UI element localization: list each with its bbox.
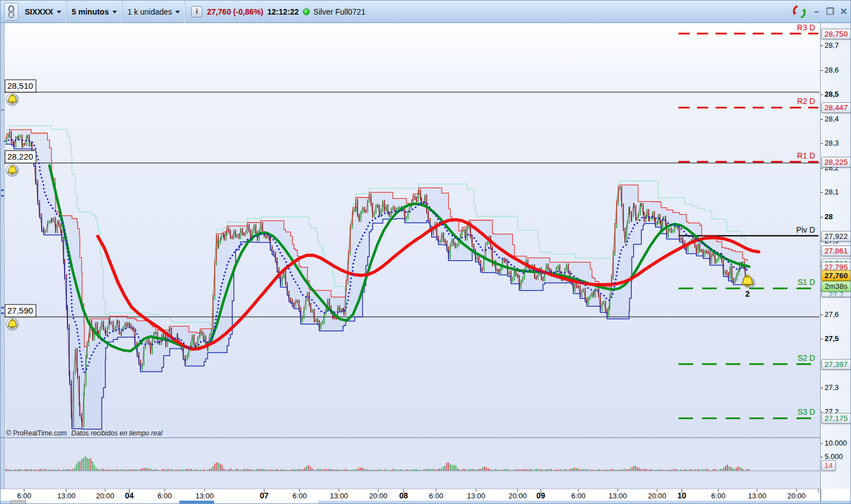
axis-tick-mark bbox=[821, 217, 823, 217]
axis-tick-label: 28,4 bbox=[825, 115, 839, 123]
axis-tick-label: 28,3 bbox=[825, 139, 839, 147]
refresh-icon[interactable] bbox=[791, 3, 808, 20]
timeframe-selector[interactable]: 5 minutos bbox=[67, 1, 123, 23]
pivot-label: R3 D bbox=[797, 23, 815, 32]
chevron-down-icon bbox=[112, 11, 117, 13]
time-label: 20:00 bbox=[369, 492, 388, 500]
price-axis-panel[interactable]: 28,728,628,528,428,328,228,12827,927,827… bbox=[820, 23, 851, 504]
axis-tick-label: 28,7 bbox=[825, 41, 839, 49]
axis-price-badge: 28,225 bbox=[821, 157, 851, 167]
axis-tick-mark bbox=[821, 315, 823, 315]
pivot-label: S2 D bbox=[798, 353, 815, 362]
time-label: 08 bbox=[399, 491, 408, 500]
time-label: 6:00 bbox=[157, 492, 171, 500]
axis-tick-mark bbox=[821, 143, 823, 144]
volume-panel-background bbox=[1, 438, 820, 489]
timeframe-label: 5 minutos bbox=[72, 7, 109, 16]
alert-price-label: 28,220 bbox=[7, 152, 33, 161]
time-label: 20:00 bbox=[96, 492, 115, 500]
minimize-button[interactable]: – bbox=[812, 1, 821, 22]
pivot-label: R1 D bbox=[797, 151, 815, 160]
axis-tick-label: 27,5 bbox=[825, 334, 839, 343]
time-label: 20:00 bbox=[509, 492, 527, 500]
axis-tick-label: 28 bbox=[825, 212, 832, 221]
alert-price-label: 28,510 bbox=[7, 81, 33, 90]
instrument-selector[interactable]: SIXXXX bbox=[20, 1, 67, 23]
bar-countdown-badge: 2m38s bbox=[821, 281, 851, 292]
time-label: 13:00 bbox=[57, 492, 76, 500]
copyright-text: © ProRealTime.comDatos recibidos en tiem… bbox=[6, 429, 162, 437]
volume-tick-label: 5.000 bbox=[825, 452, 843, 461]
axis-tick-mark bbox=[821, 388, 823, 388]
time-label: 6:00 bbox=[429, 492, 443, 500]
axis-scroll-strip bbox=[821, 501, 851, 504]
h-scrollbar-button bbox=[11, 501, 26, 504]
pivot-label: R2 D bbox=[797, 97, 815, 106]
units-selector[interactable]: 1 k unidades bbox=[123, 1, 185, 23]
last-price-change: 27,760 (-0,86%) bbox=[207, 7, 263, 16]
info-icon[interactable]: i bbox=[191, 6, 202, 17]
alert-bell-button[interactable] bbox=[6, 318, 19, 330]
chevron-down-icon bbox=[175, 11, 180, 13]
axis-price-badge: 27,922 bbox=[821, 231, 851, 242]
chevron-down-icon bbox=[57, 11, 61, 13]
left-strip-marker bbox=[1, 109, 4, 111]
axis-tick-mark bbox=[821, 70, 823, 71]
axis-corner bbox=[821, 489, 851, 501]
left-strip-marker bbox=[1, 189, 4, 191]
chart-toolbar: SIXXXX 5 minutos 1 k unidades i 27,760 (… bbox=[1, 1, 851, 23]
time-label: 20:00 bbox=[787, 492, 806, 500]
time-label: 6:00 bbox=[292, 492, 306, 500]
instrument-label: SIXXXX bbox=[25, 7, 53, 16]
last-price-badge: 27,760 bbox=[821, 270, 851, 281]
axis-tick-label: 28,1 bbox=[825, 188, 839, 196]
axis-tick-mark bbox=[821, 94, 823, 95]
time-label: 13:00 bbox=[609, 492, 627, 500]
last-volume-badge: 14 bbox=[821, 460, 836, 471]
axis-tick-label: 28,5 bbox=[825, 90, 839, 98]
axis-price-badge: 27,397 bbox=[821, 359, 851, 370]
feed-name: Silver Full0721 bbox=[314, 7, 366, 16]
time-label: 09 bbox=[536, 491, 545, 500]
axis-tick-label: 28,6 bbox=[825, 66, 839, 74]
quote-summary: 27,760 (-0,86%) 12:12:22 Silver Full0721 bbox=[205, 7, 365, 16]
alert-price-label: 27,590 bbox=[7, 306, 33, 315]
alert-bell-button[interactable] bbox=[6, 164, 19, 176]
left-strip-marker bbox=[1, 312, 4, 314]
chain-link-icon bbox=[7, 5, 15, 19]
time-label: 6:00 bbox=[571, 492, 585, 500]
quote-time: 12:12:22 bbox=[268, 7, 299, 16]
time-axis-strip bbox=[1, 489, 820, 501]
price-chart-canvas[interactable]: R3 DR2 DR1 DPiv DS1 DS2 DS3 D© ProRealTi… bbox=[1, 23, 820, 504]
h-scrollbar-thumb[interactable] bbox=[179, 501, 214, 504]
pivot-label: Piv D bbox=[796, 225, 815, 234]
axis-tick-mark bbox=[821, 339, 823, 339]
left-strip-marker bbox=[1, 307, 4, 308]
units-label: 1 k unidades bbox=[128, 7, 172, 16]
maximize-button[interactable]: ❐ bbox=[826, 1, 835, 22]
time-label: 04 bbox=[125, 491, 134, 500]
axis-price-badge: 28,447 bbox=[821, 102, 851, 113]
time-label: 13:00 bbox=[330, 492, 348, 500]
close-button[interactable]: ✕ bbox=[839, 1, 848, 22]
alarm-count-label: 2 bbox=[745, 289, 750, 298]
time-label: 13:00 bbox=[196, 492, 214, 500]
time-label: 6:00 bbox=[711, 492, 725, 500]
pivot-label: S3 D bbox=[798, 407, 815, 416]
axis-tick-mark bbox=[821, 168, 823, 169]
axis-tick-mark bbox=[821, 46, 823, 46]
feed-status-icon bbox=[303, 8, 310, 15]
time-label: 07 bbox=[260, 491, 269, 500]
axis-tick-mark bbox=[821, 192, 823, 193]
chart-area[interactable]: R3 DR2 DR1 DPiv DS1 DS2 DS3 D© ProRealTi… bbox=[1, 23, 820, 504]
axis-tick-label: 27,3 bbox=[825, 383, 839, 392]
time-label: 13:00 bbox=[467, 492, 486, 500]
alert-bell-button[interactable] bbox=[6, 93, 19, 106]
time-label: 10 bbox=[677, 491, 686, 500]
link-chart-button[interactable] bbox=[4, 3, 19, 21]
axis-price-badge: 28,750 bbox=[821, 29, 851, 39]
axis-tick-label: 27,6 bbox=[825, 310, 839, 319]
left-strip-marker bbox=[1, 195, 4, 197]
volume-tick-label: 10.000 bbox=[825, 439, 847, 447]
time-label: 20:00 bbox=[648, 492, 667, 500]
